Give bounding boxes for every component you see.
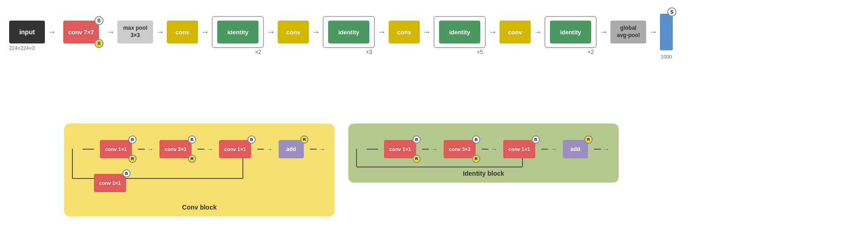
arrow-12 <box>649 27 657 37</box>
identity3-group: identity ×5 <box>434 16 486 48</box>
conv-block-main-path: conv 1×1 B R → conv 3×3 B R → conv 1×1 B… <box>82 136 325 162</box>
maxpool-node: max pool3×3 <box>117 21 153 43</box>
conv-block-node1: conv 1×1 B R <box>100 140 132 158</box>
conv77-node: conv 7×7 B R <box>63 21 99 43</box>
arrow-7 <box>378 27 386 37</box>
identity1-repeat: ×2 <box>255 49 261 55</box>
identity4-label: identity <box>550 21 591 43</box>
conv3-label: conv <box>389 21 420 43</box>
identity-block-diagram: conv 1×1 B R → conv 3×3 B R → conv 1×1 B… <box>348 124 619 183</box>
id-block-node1: conv 1×1 B R <box>384 140 416 158</box>
badge-R-add: R <box>300 135 308 144</box>
conv1-label: conv <box>167 21 198 43</box>
conv-block-title: Conv block <box>182 204 216 211</box>
conv-block-line-in <box>82 149 94 150</box>
badge-R-n1: R <box>128 155 137 163</box>
conv4-node: conv <box>500 21 531 43</box>
identity-block-main-path: conv 1×1 B R → conv 3×3 B R → conv 1×1 B… <box>367 136 610 162</box>
identity1-label: identity <box>217 21 258 43</box>
identity-block-bg: conv 1×1 B R → conv 3×3 B R → conv 1×1 B… <box>348 124 619 183</box>
badge-B-n2: B <box>188 135 196 144</box>
arrow-1 <box>48 27 56 37</box>
badge-R-id1: R <box>412 155 421 163</box>
identity2-label: identity <box>328 21 369 43</box>
id-block-node1-label: conv 1×1 <box>384 140 416 158</box>
badge-B-n1: B <box>128 135 137 144</box>
conv-block-bg: conv 1×1 B R → conv 3×3 B R → conv 1×1 B… <box>64 124 335 216</box>
badge-R-id2: R <box>472 155 480 163</box>
conv-block-skip-path: conv 1×1 B <box>94 170 325 196</box>
identity2-repeat: ×3 <box>366 49 372 55</box>
identity3-repeat: ×5 <box>477 49 483 55</box>
conv-block-node2-label: conv 3×3 <box>159 140 192 158</box>
output-node: S 1000 <box>660 14 673 50</box>
id-block-node3-label: conv 1×1 <box>503 140 535 158</box>
arrow-11 <box>599 27 608 37</box>
identity3-label: identity <box>439 21 480 43</box>
identity4-group: identity ×2 <box>544 16 597 48</box>
conv77-label: conv 7×7 <box>63 21 99 43</box>
arrow-2 <box>106 27 115 37</box>
badge-B-id1: B <box>412 135 421 144</box>
identity4-repeat: ×2 <box>588 49 594 55</box>
id-block-node2: conv 3×3 B R <box>444 140 476 158</box>
conv-block-node1-label: conv 1×1 <box>100 140 132 158</box>
arrow-6 <box>312 27 320 37</box>
globalavg-label: globalavg-pool <box>610 21 646 43</box>
arrow-10 <box>533 27 542 37</box>
badge-B-id3: B <box>532 135 540 144</box>
arrow-3 <box>156 27 164 37</box>
globalavg-node: globalavg-pool <box>610 21 646 43</box>
conv-block-add-label: add <box>279 140 304 158</box>
conv-block-skip-node: conv 1×1 B <box>94 174 126 192</box>
conv-block-add: add R <box>279 140 304 158</box>
conv-block-node2: conv 3×3 B R <box>159 140 192 158</box>
badge-B-id2: B <box>472 135 480 144</box>
badge-R-n2: R <box>188 155 196 163</box>
badge-R-id-add: R <box>584 135 593 144</box>
maxpool-label: max pool3×3 <box>117 21 153 43</box>
id-block-node3: conv 1×1 B <box>503 140 535 158</box>
conv-block-node3: conv 1×1 B <box>219 140 251 158</box>
identity-block-title: Identity block <box>463 170 504 177</box>
conv1-node: conv <box>167 21 198 43</box>
conv-block-node3-label: conv 1×1 <box>219 140 251 158</box>
badge-R-conv77: R <box>94 39 104 48</box>
identity-block-line-in <box>367 149 378 150</box>
output-label: 1000 <box>661 54 672 59</box>
input-node: input 224×224×3 <box>9 21 45 43</box>
badge-S: S <box>667 7 676 16</box>
badge-B-conv77: B <box>94 16 104 25</box>
id-block-add-label: add <box>563 140 588 158</box>
conv2-label: conv <box>278 21 309 43</box>
arrow-5 <box>267 27 275 37</box>
input-sublabel: 224×224×3 <box>9 45 35 51</box>
conv2-node: conv <box>278 21 309 43</box>
conv3-node: conv <box>389 21 420 43</box>
conv4-label: conv <box>500 21 531 43</box>
arrow-8 <box>423 27 431 37</box>
identity1-group: identity ×2 <box>212 16 264 48</box>
conv-block-skip-label: conv 1×1 <box>94 174 126 192</box>
identity2-group: identity ×3 <box>323 16 375 48</box>
arrow-4 <box>201 27 209 37</box>
arrow-block1 <box>138 149 145 150</box>
output-bar <box>660 14 673 50</box>
conv-block-diagram: conv 1×1 B R → conv 3×3 B R → conv 1×1 B… <box>64 124 335 216</box>
badge-B-n3: B <box>247 135 256 144</box>
id-block-add: add R <box>563 140 588 158</box>
id-block-node2-label: conv 3×3 <box>444 140 476 158</box>
arrow-9 <box>489 27 497 37</box>
badge-B-skip: B <box>122 169 131 178</box>
input-label: input <box>9 21 45 43</box>
